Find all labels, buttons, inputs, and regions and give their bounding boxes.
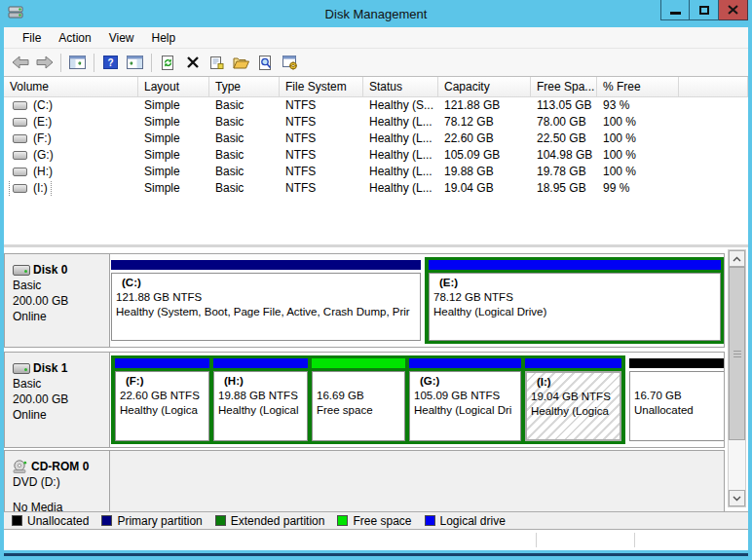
column-header-file-system[interactable]: File System [280,77,363,96]
volume-name: (F:) [33,131,52,147]
help-icon[interactable]: ? [98,52,123,74]
maximize-button[interactable] [690,0,719,20]
partition-size: 19.88 GB NTFS [218,390,303,404]
volume-list-header: Volume Layout Type File System Status Ca… [4,77,748,97]
free-space-bar [312,358,405,368]
column-header-pct-free[interactable]: % Free [597,77,679,96]
menu-help[interactable]: Help [143,28,185,48]
close-button[interactable] [719,0,748,20]
scrollbar-thumb[interactable] [729,267,745,440]
delete-icon[interactable] [180,52,205,74]
partition-status: Healthy (Logical [218,404,303,419]
volume-icon [13,151,27,160]
menu-view[interactable]: View [100,28,143,48]
column-header-layout[interactable]: Layout [138,77,209,96]
logical-drive-bar [213,358,308,368]
volume-row-c[interactable]: (C:) Simple Basic NTFS Healthy (S... 121… [4,97,748,114]
volume-row-i[interactable]: (I:) Simple Basic NTFS Healthy (L... 19.… [4,180,748,197]
partition-label: (G:) [414,375,516,390]
window-title: Disk Management [0,7,752,21]
disk1-label[interactable]: Disk 1 Basic 200.00 GB Online [5,353,110,447]
disk-status: Online [13,309,105,324]
partition-g[interactable]: (G:) 105.09 GB NTFS Healthy (Logical Dri [409,358,521,441]
volume-row-e[interactable]: (E:) Simple Basic NTFS Healthy (L... 78.… [4,114,748,131]
status-bar [4,529,748,550]
volume-name: (E:) [33,114,52,131]
partition-e[interactable]: (E:) 78.12 GB NTFS Healthy (Logical Driv… [429,260,721,341]
unallocated-region[interactable]: 16.70 GB Unallocated [629,358,725,441]
toolbar-separator [151,54,152,72]
partition-f[interactable]: (F:) 22.60 GB NTFS Healthy (Logica [115,358,209,441]
disk-graphical-view: Disk 0 Basic 200.00 GB Online (C:) 121.8… [4,247,748,511]
app-icon [8,5,24,23]
volume-list: Volume Layout Type File System Status Ca… [4,77,748,244]
volume-row-g[interactable]: (G:) Simple Basic NTFS Healthy (L... 105… [4,147,748,164]
primary-partition-swatch [101,515,112,526]
partition-size: 16.70 GB [634,390,720,404]
column-header-capacity[interactable]: Capacity [438,77,531,96]
disk-management-window: { "window": { "title": "Disk Management"… [0,0,752,560]
disk-name: CD-ROM 0 [31,460,89,473]
volume-row-h[interactable]: (H:) Simple Basic NTFS Healthy (L... 19.… [4,164,748,180]
column-header-empty [679,77,748,96]
disk-name: Disk 0 [33,263,67,277]
minimize-icon [670,12,681,15]
toolbar-separator [94,54,94,72]
extended-partition-swatch [215,515,226,526]
titlebar: Disk Management [0,0,752,27]
partition-h[interactable]: (H:) 19.88 GB NTFS Healthy (Logical [213,358,308,441]
legend-label: Logical drive [440,514,506,528]
scroll-down-button[interactable] [729,490,745,506]
column-header-free-space[interactable]: Free Spa... [531,77,597,96]
primary-partition-bar [111,260,421,270]
cdrom0-label[interactable]: CD-ROM 0 DVD (D:) No Media [5,451,110,511]
vertical-scrollbar[interactable] [728,249,746,507]
maximize-icon [699,6,709,15]
partition-label [634,375,720,390]
partition-c[interactable]: (C:) 121.88 GB NTFS Healthy (System, Boo… [111,260,421,341]
minimize-button[interactable] [660,0,690,20]
column-header-type[interactable]: Type [209,77,280,96]
partition-label: (H:) [218,375,303,390]
forward-icon[interactable] [32,52,56,74]
toolbar-separator [60,54,61,72]
find-icon[interactable] [253,52,278,74]
scroll-up-button[interactable] [729,250,745,267]
show-console-tree-icon[interactable] [65,52,90,74]
free-space-region[interactable]: 16.69 GB Free space [312,358,405,441]
open-icon[interactable] [229,52,253,74]
back-icon[interactable] [8,52,32,74]
unallocated-swatch [12,515,22,526]
menu-action[interactable]: Action [50,28,99,48]
partition-status: Healthy (Logical Dri [414,404,516,419]
legend-label: Primary partition [117,514,202,528]
column-header-volume[interactable]: Volume [4,77,138,96]
chevron-down-icon [733,496,741,502]
partition-label: (C:) [116,277,416,291]
volume-row-f[interactable]: (F:) Simple Basic NTFS Healthy (L... 22.… [4,131,748,147]
properties-icon[interactable] [205,52,229,74]
partition-label [317,375,400,390]
refresh-icon[interactable] [156,52,180,74]
window-controls [660,0,748,20]
manage-icon[interactable] [278,52,302,74]
volume-icon [13,168,27,176]
column-header-status[interactable]: Status [363,77,438,96]
legend-extended-partition: Extended partition [215,514,325,528]
volume-icon [13,118,27,127]
legend-primary-partition: Primary partition [101,514,202,528]
show-action-pane-icon[interactable] [123,52,147,74]
disk0-label[interactable]: Disk 0 Basic 200.00 GB Online [5,254,110,347]
close-icon [728,5,738,15]
menubar: File Action View Help [4,27,748,49]
partition-size: 19.04 GB NTFS [531,391,616,405]
unallocated-bar [629,358,725,368]
free-space-swatch [337,515,348,526]
menu-file[interactable]: File [14,28,50,48]
partition-status: Healthy (System, Boot, Page File, Active… [116,306,416,320]
toolbar: ? [4,49,748,77]
partition-i-selected[interactable]: (I:) 19.04 GB NTFS Healthy (Logica [525,358,621,441]
scrollbar-grip-icon [733,351,741,357]
status-separator [536,533,537,547]
legend-label: Extended partition [231,514,325,528]
